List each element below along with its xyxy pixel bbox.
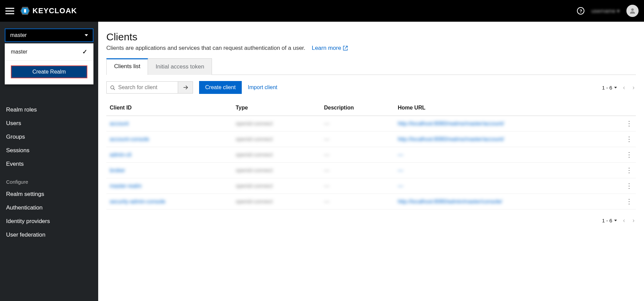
sidebar-item-groups[interactable]: Groups xyxy=(0,130,98,144)
realm-option-label: master xyxy=(11,49,27,55)
cell-type: openid-connect xyxy=(236,152,273,158)
cell-client-id[interactable]: master-realm xyxy=(110,183,142,189)
realm-dropdown: master ✓ Create Realm xyxy=(5,43,93,84)
keycloak-icon xyxy=(20,5,30,16)
chevron-down-icon xyxy=(614,220,617,221)
user-icon xyxy=(629,7,636,15)
table-row: brokeropenid-connect——⋮ xyxy=(106,163,636,178)
cell-description: — xyxy=(324,136,329,142)
cell-description: — xyxy=(324,183,329,189)
tabs: Clients list Initial access token xyxy=(106,58,636,75)
col-description: Description xyxy=(321,100,394,116)
hamburger-icon[interactable] xyxy=(5,6,14,15)
cell-client-id[interactable]: account-console xyxy=(110,136,149,142)
cell-description: — xyxy=(324,121,329,126)
sidebar: master master ✓ Create Realm Realm roles… xyxy=(0,22,98,301)
cell-home-url[interactable]: http://localhost:8080/admin/master/conso… xyxy=(398,199,502,204)
row-kebab-icon[interactable]: ⋮ xyxy=(626,136,632,142)
check-icon: ✓ xyxy=(82,48,87,56)
user-menu[interactable]: username ▾ xyxy=(591,8,620,14)
realm-selector[interactable]: master xyxy=(5,28,93,42)
sidebar-item-users[interactable]: Users xyxy=(0,117,98,130)
cell-description: — xyxy=(324,152,329,158)
create-client-button[interactable]: Create client xyxy=(199,81,242,94)
cell-type: openid-connect xyxy=(236,167,273,173)
sidebar-item-authentication[interactable]: Authentication xyxy=(0,201,98,215)
col-type: Type xyxy=(232,100,321,116)
svg-rect-2 xyxy=(24,9,26,13)
cell-home-url[interactable]: http://localhost:8080/realms/master/acco… xyxy=(398,121,504,126)
brand-logo[interactable]: KEYCLOAK xyxy=(20,5,77,16)
search-input[interactable] xyxy=(107,82,178,93)
page-title: Clients xyxy=(106,31,636,43)
chevron-down-icon xyxy=(85,34,88,36)
sidebar-item-realm-settings[interactable]: Realm settings xyxy=(0,187,98,201)
sidebar-item-events[interactable]: Events xyxy=(0,157,98,171)
search-submit-button[interactable] xyxy=(178,82,193,93)
pager-prev-button[interactable]: ‹ xyxy=(622,83,626,93)
row-kebab-icon[interactable]: ⋮ xyxy=(626,151,632,158)
create-realm-button[interactable]: Create Realm xyxy=(11,65,87,78)
pager-next-button[interactable]: › xyxy=(631,216,636,225)
cell-client-id[interactable]: account xyxy=(110,121,129,126)
sidebar-item-sessions[interactable]: Sessions xyxy=(0,144,98,157)
sidebar-heading-configure: Configure xyxy=(0,171,98,187)
cell-home-url[interactable]: http://localhost:8080/realms/master/acco… xyxy=(398,136,504,142)
cell-client-id[interactable]: broker xyxy=(110,167,125,173)
chevron-down-icon xyxy=(614,87,617,88)
table-row: security-admin-consoleopenid-connect—htt… xyxy=(106,194,636,209)
cell-type: openid-connect xyxy=(236,121,273,126)
cell-home-url[interactable]: — xyxy=(398,152,403,158)
row-kebab-icon[interactable]: ⋮ xyxy=(626,198,632,205)
col-home-url: Home URL xyxy=(394,100,622,116)
svg-point-4 xyxy=(111,86,114,89)
svg-line-5 xyxy=(113,88,115,90)
learn-more-link[interactable]: Learn more xyxy=(312,45,348,52)
sidebar-item-realm-roles[interactable]: Realm roles xyxy=(0,103,98,117)
realm-selected-value: master xyxy=(10,32,27,38)
search-icon xyxy=(110,85,115,92)
top-bar: KEYCLOAK ? username ▾ xyxy=(0,0,644,22)
cell-description: — xyxy=(324,167,329,173)
cell-home-url[interactable]: — xyxy=(398,183,403,189)
page-subtitle: Clients are applications and services th… xyxy=(106,45,636,52)
pager-range-dropdown[interactable]: 1 - 6 xyxy=(602,218,617,223)
pager-prev-button[interactable]: ‹ xyxy=(622,216,626,225)
cell-client-id[interactable]: admin-cli xyxy=(110,152,131,158)
arrow-right-icon xyxy=(183,84,189,91)
realm-option-master[interactable]: master ✓ xyxy=(5,43,93,61)
table-row: accountopenid-connect—http://localhost:8… xyxy=(106,116,636,132)
main-content: Clients Clients are applications and ser… xyxy=(98,22,644,301)
cell-description: — xyxy=(324,199,329,204)
pager-range-dropdown[interactable]: 1 - 6 xyxy=(602,85,617,91)
search-group xyxy=(106,81,193,94)
row-kebab-icon[interactable]: ⋮ xyxy=(626,182,632,189)
table-row: admin-cliopenid-connect——⋮ xyxy=(106,147,636,163)
cell-client-id[interactable]: security-admin-console xyxy=(110,199,166,204)
sidebar-item-user-federation[interactable]: User federation xyxy=(0,228,98,242)
sidebar-item-identity-providers[interactable]: Identity providers xyxy=(0,215,98,228)
avatar[interactable] xyxy=(626,5,639,17)
table-row: master-realmopenid-connect——⋮ xyxy=(106,178,636,194)
table-row: account-consoleopenid-connect—http://loc… xyxy=(106,132,636,147)
toolbar: Create client Import client 1 - 6 ‹ › xyxy=(106,75,636,100)
row-kebab-icon[interactable]: ⋮ xyxy=(626,120,632,127)
cell-home-url[interactable]: — xyxy=(398,167,403,173)
clients-table: Client ID Type Description Home URL acco… xyxy=(106,100,636,209)
col-client-id: Client ID xyxy=(106,100,232,116)
pager-next-button[interactable]: › xyxy=(631,83,636,93)
tab-initial-access-token[interactable]: Initial access token xyxy=(148,58,212,75)
pager-top: 1 - 6 ‹ › xyxy=(602,83,636,93)
cell-type: openid-connect xyxy=(236,183,273,189)
import-client-button[interactable]: Import client xyxy=(248,84,277,91)
pager-bottom: 1 - 6 ‹ › xyxy=(602,216,636,225)
svg-point-3 xyxy=(631,8,634,11)
cell-type: openid-connect xyxy=(236,199,273,204)
brand-text: KEYCLOAK xyxy=(33,6,77,15)
external-link-icon xyxy=(343,45,348,51)
row-kebab-icon[interactable]: ⋮ xyxy=(626,167,632,174)
cell-type: openid-connect xyxy=(236,136,273,142)
tab-clients-list[interactable]: Clients list xyxy=(106,58,148,75)
help-icon[interactable]: ? xyxy=(577,7,584,15)
